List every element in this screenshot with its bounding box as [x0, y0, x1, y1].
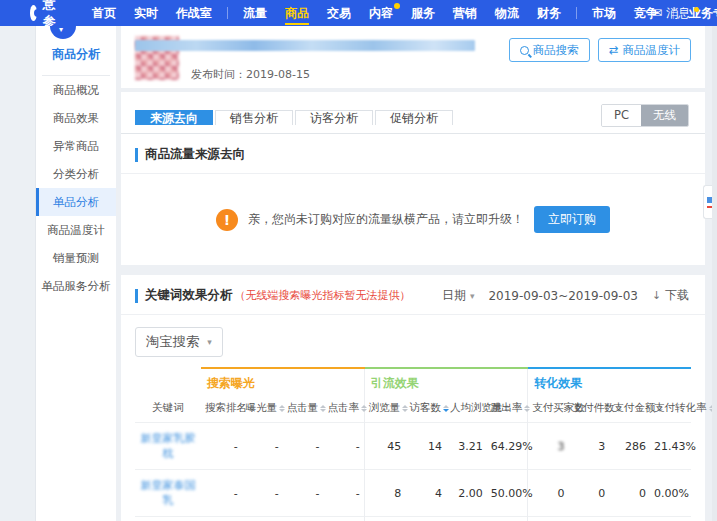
tab-来源去向[interactable]: 来源去向: [135, 110, 213, 125]
column-header-点击率[interactable]: 点击率: [323, 394, 364, 423]
column-header-曝光量[interactable]: 曝光量: [242, 394, 283, 423]
nav-item-首页[interactable]: 首页: [83, 0, 125, 26]
product-search-button[interactable]: 商品搜索: [509, 38, 590, 62]
message-link[interactable]: 消息: [666, 5, 690, 22]
order-now-button[interactable]: 立即订购: [534, 206, 610, 233]
sort-up-arrow: [361, 402, 367, 408]
table-row: 泰国新皇家乳----541.2575.00%0000.00%: [135, 517, 691, 521]
nav-item-作战室[interactable]: 作战室: [167, 0, 221, 26]
nav-item-商品[interactable]: 商品: [276, 0, 318, 26]
nav-item-财务[interactable]: 财务: [528, 0, 570, 26]
top-nav-items: 首页实时作战室流量商品交易内容服务营销物流财务市场竞争业务专区取数学院: [83, 0, 717, 26]
nav-item-市场[interactable]: 市场: [583, 0, 625, 26]
publish-time: 发布时间：2019-08-15: [135, 67, 691, 82]
date-range-value[interactable]: 2019-09-03~2019-09-03: [488, 289, 638, 303]
cell-value: -: [201, 470, 242, 517]
sidebar-item-商品温度计[interactable]: 商品温度计: [36, 216, 116, 244]
table-row: 新皇家乳胶枕----45143.2164.29%3328621.43%: [135, 423, 691, 470]
table-group-row: 搜索曝光引流效果转化效果: [135, 368, 691, 394]
column-header-支付转化率[interactable]: 支付转化率: [650, 394, 691, 423]
device-toggle: PC 无线: [601, 104, 689, 127]
column-header-label: 访客数: [409, 401, 441, 413]
sort-up-arrow: [443, 402, 449, 408]
cell-value: 4: [405, 517, 446, 521]
tab-促销分析[interactable]: 促销分析: [375, 110, 453, 125]
nav-item-物流[interactable]: 物流: [486, 0, 528, 26]
sidebar-item-单品服务分析[interactable]: 单品服务分析: [36, 272, 116, 300]
sort-icon[interactable]: [279, 402, 285, 415]
nav-divider: [576, 7, 577, 19]
column-header-跳出率[interactable]: 跳出率: [487, 394, 528, 423]
mail-icon: ✉: [652, 6, 662, 20]
collapsed-icon-strip: [0, 26, 36, 521]
sidebar-item-商品概况[interactable]: 商品概况: [36, 76, 116, 104]
column-header-搜索排名[interactable]: 搜索排名: [201, 394, 242, 423]
cell-value: 21.43%: [650, 423, 691, 470]
keyword-link[interactable]: 新皇家泰国乳: [135, 470, 201, 517]
sort-icon[interactable]: [443, 402, 449, 415]
column-header-人均浏览量[interactable]: 人均浏览量: [446, 394, 487, 423]
flow-section-header: 商品流量来源去向: [121, 134, 705, 173]
column-header-支付金额[interactable]: 支付金额: [609, 394, 650, 423]
nav-item-交易[interactable]: 交易: [318, 0, 360, 26]
cell-value: 14: [405, 423, 446, 470]
nav-item-实时[interactable]: 实时: [125, 0, 167, 26]
column-header-label: 支付转化率: [654, 401, 707, 413]
column-header-访客数[interactable]: 访客数: [405, 394, 446, 423]
cell-value: 8: [364, 470, 405, 517]
column-header-label: 浏览量: [369, 401, 401, 413]
switch-icon: ⇄: [609, 43, 619, 57]
cell-value: -: [283, 470, 324, 517]
product-title-redacted: [135, 40, 475, 51]
column-header-label: 搜索排名: [205, 401, 247, 413]
sort-icon[interactable]: [402, 402, 408, 415]
cell-value: -: [283, 517, 324, 521]
sidebar-item-分类分析[interactable]: 分类分析: [36, 160, 116, 188]
sidebar-item-销量预测[interactable]: 销量预测: [36, 244, 116, 272]
group-header-搜索曝光: 搜索曝光: [201, 368, 364, 394]
sidebar-title: 商品分析: [36, 26, 116, 75]
nav-item-流量[interactable]: 流量: [234, 0, 276, 26]
keyword-link[interactable]: 新皇家乳胶枕: [135, 423, 201, 470]
cell-value: 0: [528, 470, 569, 517]
cell-value: -: [242, 470, 283, 517]
sort-down-arrow: [402, 409, 408, 415]
sort-icon[interactable]: [361, 402, 367, 415]
column-header-支付买家数[interactable]: 支付买家数: [528, 394, 569, 423]
date-dropdown[interactable]: 日期 ▾: [442, 287, 474, 304]
column-header-浏览量[interactable]: 浏览量: [364, 394, 405, 423]
download-link[interactable]: ↓ 下载: [652, 287, 689, 304]
sort-icon[interactable]: [320, 402, 326, 415]
sort-icon[interactable]: [524, 402, 530, 415]
source-filter-select[interactable]: 淘宝搜索 ▾: [135, 327, 223, 357]
column-header-点击量[interactable]: 点击量: [283, 394, 324, 423]
keyword-link[interactable]: 泰国新皇家乳: [135, 517, 201, 521]
nav-item-内容[interactable]: 内容: [360, 0, 402, 26]
product-thermometer-button[interactable]: ⇄ 商品温度计: [598, 38, 691, 62]
sidebar-item-单品分析[interactable]: 单品分析: [36, 188, 116, 216]
sort-down-arrow: [320, 409, 326, 415]
tab-访客分析[interactable]: 访客分析: [295, 110, 373, 125]
sort-down-arrow: [443, 409, 449, 415]
sidebar-item-异常商品[interactable]: 异常商品: [36, 132, 116, 160]
column-header-支付件数[interactable]: 支付件数: [568, 394, 609, 423]
cell-value: 0: [568, 470, 609, 517]
nav-item-营销[interactable]: 营销: [444, 0, 486, 26]
device-toggle-wireless[interactable]: 无线: [641, 105, 688, 126]
sidebar: 商品分析 商品概况商品效果异常商品分类分析单品分析商品温度计销量预测单品服务分析: [36, 26, 116, 521]
cell-value: 75.00%: [487, 517, 528, 521]
nav-divider: [227, 7, 228, 19]
scrollbar[interactable]: [712, 26, 717, 521]
nav-item-服务[interactable]: 服务: [402, 0, 444, 26]
top-nav-right[interactable]: ✉ 消息: [652, 0, 699, 26]
sidebar-item-商品效果[interactable]: 商品效果: [36, 104, 116, 132]
table-header-row: 关键词搜索排名曝光量点击量点击率浏览量访客数人均浏览量跳出率支付买家数支付件数支…: [135, 394, 691, 423]
sort-up-arrow: [279, 402, 285, 408]
column-header-label: 点击量: [287, 401, 319, 413]
cell-value: 0: [609, 517, 650, 521]
cell-value: -: [323, 423, 364, 470]
device-toggle-pc[interactable]: PC: [602, 105, 641, 126]
tab-销售分析[interactable]: 销售分析: [215, 110, 293, 125]
cell-value: 45: [364, 423, 405, 470]
keyword-section-header: 关键词效果分析 （无线端搜索曝光指标暂无法提供） 日期 ▾ 2019-09-03…: [121, 275, 705, 315]
